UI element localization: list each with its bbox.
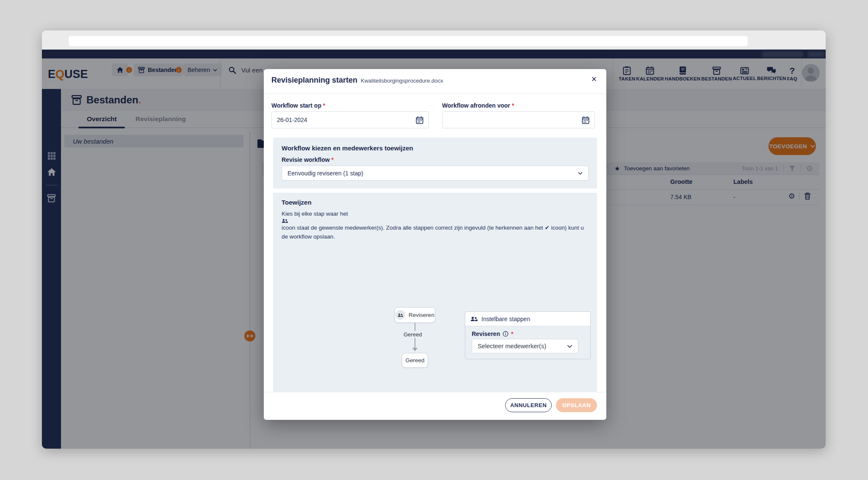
people-icon: [395, 310, 405, 320]
panel-header: Instelbare stappen: [465, 312, 590, 326]
label-text: Revisie workflow: [282, 156, 330, 163]
start-date-value: 26-01-2024: [277, 117, 307, 123]
instelbare-stappen-panel: Instelbare stappen Reviseren * Selecteer…: [465, 311, 591, 359]
url-bar[interactable]: [69, 36, 748, 46]
modal-divider: [264, 94, 606, 94]
annuleren-button[interactable]: ANNULEREN: [505, 398, 552, 412]
required-asterisk: *: [331, 156, 333, 163]
end-date-input[interactable]: [442, 111, 595, 128]
revisie-workflow-select[interactable]: Eenvoudig reviseren (1 stap): [282, 166, 589, 180]
revisieplanning-modal: Revisieplanning starten Kwaliteitsborgin…: [264, 69, 606, 420]
flow-node-reviseren[interactable]: Reviseren: [395, 307, 435, 323]
node-label: Reviseren: [409, 312, 434, 318]
required-asterisk: *: [323, 102, 325, 109]
section-title: Toewijzen: [282, 199, 312, 206]
help-text: Kies bij elke stap waar het: [282, 211, 348, 217]
select-placeholder: Selecteer medewerker(s): [478, 343, 546, 350]
revisie-workflow-label: Revisie workflow *: [282, 156, 334, 163]
calendar-icon[interactable]: [582, 116, 589, 124]
label-text: Reviseren: [472, 330, 500, 337]
footer-divider: [264, 392, 606, 392]
chevron-down-icon: [567, 344, 572, 348]
modal-header: Revisieplanning starten Kwaliteitsborgin…: [271, 76, 591, 85]
people-icon: [470, 316, 478, 322]
people-icon: [282, 219, 288, 223]
workflow-section: Workflow kiezen en medewerkers toewijzen…: [273, 138, 597, 189]
flow-edge-arrowhead: [412, 348, 417, 351]
panel-title: Instelbare stappen: [481, 316, 530, 322]
medewerker-select[interactable]: Selecteer medewerker(s): [472, 339, 578, 353]
start-date-input[interactable]: 26-01-2024: [271, 111, 429, 128]
help-text: icoon staat de gewenste medewerker(s). Z…: [282, 225, 543, 231]
start-date-label: Workflow start op *: [271, 102, 325, 109]
selected-workflow: Eenvoudig reviseren (1 stap): [287, 170, 363, 177]
modal-subtitle-filename: Kwaliteitsborgingsprocedure.docx: [361, 78, 443, 84]
step-reviseren-label: Reviseren *: [472, 330, 513, 337]
required-asterisk: *: [511, 330, 513, 337]
toewijzen-section: Toewijzen Kies bij elke stap waar het ic…: [273, 193, 597, 392]
section-title: Workflow kiezen en medewerkers toewijzen: [282, 144, 413, 152]
node-label: Gereed: [405, 357, 424, 363]
label-text: Workflow afronden voor: [442, 102, 510, 109]
browser-window: EQUSE › Bestanden › Beheren Vul een zo: [42, 31, 826, 449]
opslaan-button: OPSLAAN: [556, 398, 597, 412]
end-date-label: Workflow afronden voor *: [442, 102, 514, 109]
check-icon: ✔: [545, 224, 549, 231]
label-text: Workflow start op: [271, 102, 321, 109]
assignment-help-text: Kies bij elke stap waar het icoon staat …: [282, 210, 589, 241]
chevron-down-icon: [578, 172, 583, 175]
modal-title: Revisieplanning starten: [271, 76, 357, 85]
info-icon[interactable]: [503, 331, 509, 337]
required-asterisk: *: [512, 102, 514, 109]
browser-chrome: [42, 31, 826, 50]
flow-node-gereed[interactable]: Gereed: [402, 353, 428, 368]
flow-edge-label: Gereed: [401, 331, 424, 338]
close-icon[interactable]: ×: [588, 73, 600, 85]
calendar-icon[interactable]: [416, 116, 423, 124]
